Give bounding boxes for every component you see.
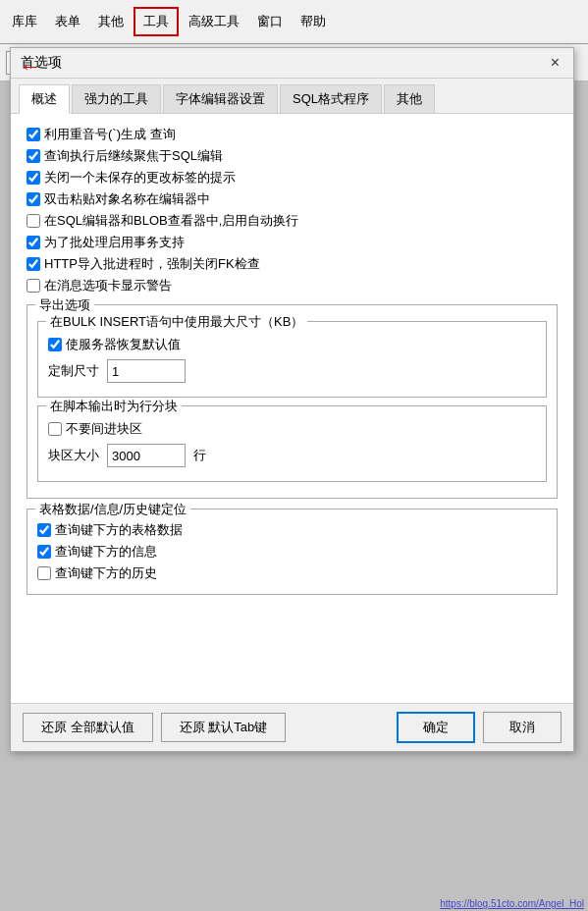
dialog-content: 利用重音号(`)生成 查询 查询执行后继续聚焦于SQL编辑 关闭一个未保存的更改… — [11, 114, 573, 703]
menu-chuangkou[interactable]: 窗口 — [249, 9, 291, 34]
option-label-3: 双击粘贴对象名称在编辑器中 — [44, 190, 210, 208]
menu-bangzhu[interactable]: 帮助 — [293, 9, 334, 34]
bulk-insert-title: 在BULK INSERT语句中使用最大尺寸（KB） — [46, 313, 307, 331]
tab-bar: 概述 强力的工具 字体编辑器设置 SQL格式程序 其他 — [11, 79, 573, 114]
table-data-options: 查询键下方的表格数据 查询键下方的信息 查询键下方的历史 — [37, 521, 547, 582]
checkbox-6[interactable] — [27, 257, 40, 271]
table-data-option-0: 查询键下方的表格数据 — [37, 521, 547, 539]
checkbox-1[interactable] — [27, 149, 40, 163]
red-arrow-icon: ← — [20, 54, 41, 80]
option-row-5: 为了批处理启用事务支持 — [27, 234, 558, 251]
dialog-footer: 还原 全部默认值 还原 默认Tab键 确定 取消 — [11, 703, 573, 751]
block-size-input[interactable] — [107, 444, 186, 467]
footer-left: 还原 全部默认值 还原 默认Tab键 — [23, 713, 286, 742]
restore-tab-button[interactable]: 还原 默认Tab键 — [161, 713, 287, 742]
no-chunk-checkbox[interactable] — [48, 422, 62, 436]
menu-bar: 库库 表单 其他 工具 高级工具 窗口 帮助 — [0, 0, 588, 44]
checkbox-3[interactable] — [27, 192, 40, 206]
watermark-link: https://blog.51cto.com/Angel_Hol — [440, 898, 584, 909]
checkbox-7[interactable] — [27, 279, 40, 293]
restore-all-button[interactable]: 还原 全部默认值 — [23, 713, 153, 742]
table-data-checkbox-2[interactable] — [37, 566, 51, 580]
footer-right: 确定 取消 — [397, 712, 561, 743]
chunk-title: 在脚本输出时为行分块 — [46, 398, 182, 415]
no-chunk-row: 不要间进块区 — [48, 420, 536, 438]
menu-gongju[interactable]: 工具 — [134, 7, 179, 36]
block-size-unit: 行 — [193, 447, 206, 464]
restore-default-row: 使服务器恢复默认值 — [48, 336, 536, 353]
option-label-1: 查询执行后继续聚焦于SQL编辑 — [44, 147, 223, 165]
table-data-group-box: 表格数据/信息/历史键定位 查询键下方的表格数据 查询键下方的信息 查询键下方的… — [27, 509, 558, 595]
tab-other[interactable]: 其他 — [384, 84, 435, 113]
menu-items: 库库 表单 其他 工具 高级工具 窗口 帮助 — [4, 7, 334, 36]
option-label-4: 在SQL编辑器和BLOB查看器中,启用自动换行 — [44, 212, 298, 230]
option-row-0: 利用重音号(`)生成 查询 — [27, 126, 558, 143]
option-label-7: 在消息选项卡显示警告 — [44, 277, 172, 295]
option-row-4: 在SQL编辑器和BLOB查看器中,启用自动换行 — [27, 212, 558, 230]
option-row-3: 双击粘贴对象名称在编辑器中 — [27, 190, 558, 208]
option-row-7: 在消息选项卡显示警告 — [27, 277, 558, 295]
option-label-5: 为了批处理启用事务支持 — [44, 234, 185, 251]
option-label-0: 利用重音号(`)生成 查询 — [44, 126, 176, 143]
tab-powerful-tools[interactable]: 强力的工具 — [72, 84, 161, 113]
table-data-title: 表格数据/信息/历史键定位 — [35, 501, 190, 518]
export-group-box: 导出选项 在BULK INSERT语句中使用最大尺寸（KB） 使服务器恢复默认值… — [27, 304, 558, 499]
option-label-6: HTTP导入批进程时，强制关闭FK检查 — [44, 255, 260, 273]
checkbox-0[interactable] — [27, 128, 40, 141]
option-row-1: 查询执行后继续聚焦于SQL编辑 — [27, 147, 558, 165]
tab-font-editor[interactable]: 字体编辑器设置 — [163, 84, 278, 113]
preferences-dialog: 首选项 × 概述 强力的工具 字体编辑器设置 SQL格式程序 其他 利用重音号(… — [10, 47, 574, 752]
checkbox-5[interactable] — [27, 236, 40, 249]
table-data-option-2: 查询键下方的历史 — [37, 564, 547, 582]
no-chunk-label: 不要间进块区 — [66, 420, 142, 438]
menu-qita[interactable]: 其他 — [90, 9, 132, 34]
tab-overview[interactable]: 概述 — [19, 84, 70, 114]
dialog-titlebar: 首选项 × — [11, 48, 573, 79]
restore-default-checkbox[interactable] — [48, 338, 62, 351]
checkbox-4[interactable] — [27, 214, 40, 228]
table-data-label-2: 查询键下方的历史 — [55, 564, 157, 582]
custom-size-label: 定制尺寸 — [48, 362, 99, 380]
block-size-label: 块区大小 — [48, 447, 99, 464]
menu-gaoji[interactable]: 高级工具 — [181, 9, 247, 34]
option-label-2: 关闭一个未保存的更改标签的提示 — [44, 169, 236, 187]
confirm-button[interactable]: 确定 — [397, 712, 475, 743]
table-data-checkbox-0[interactable] — [37, 523, 51, 537]
block-size-row: 块区大小 行 — [48, 444, 536, 467]
arrow-annotation: ← — [20, 54, 41, 80]
checkbox-2[interactable] — [27, 171, 40, 185]
custom-size-input[interactable] — [107, 359, 186, 383]
option-row-6: HTTP导入批进程时，强制关闭FK检查 — [27, 255, 558, 273]
table-data-option-1: 查询键下方的信息 — [37, 543, 547, 561]
chunk-group: 在脚本输出时为行分块 不要间进块区 块区大小 行 — [37, 405, 547, 482]
table-data-label-0: 查询键下方的表格数据 — [55, 521, 183, 539]
menu-kuku[interactable]: 库库 — [4, 9, 45, 34]
dialog-close-button[interactable]: × — [547, 54, 563, 72]
custom-size-row: 定制尺寸 — [48, 359, 536, 383]
export-group-title: 导出选项 — [35, 296, 94, 314]
table-data-checkbox-1[interactable] — [37, 545, 51, 559]
tab-sql-format[interactable]: SQL格式程序 — [280, 84, 382, 113]
menu-biaadan[interactable]: 表单 — [47, 9, 88, 34]
bulk-insert-group: 在BULK INSERT语句中使用最大尺寸（KB） 使服务器恢复默认值 定制尺寸 — [37, 321, 547, 398]
option-row-2: 关闭一个未保存的更改标签的提示 — [27, 169, 558, 187]
table-data-label-1: 查询键下方的信息 — [55, 543, 157, 561]
restore-default-label: 使服务器恢复默认值 — [66, 336, 181, 353]
cancel-button[interactable]: 取消 — [483, 712, 561, 743]
